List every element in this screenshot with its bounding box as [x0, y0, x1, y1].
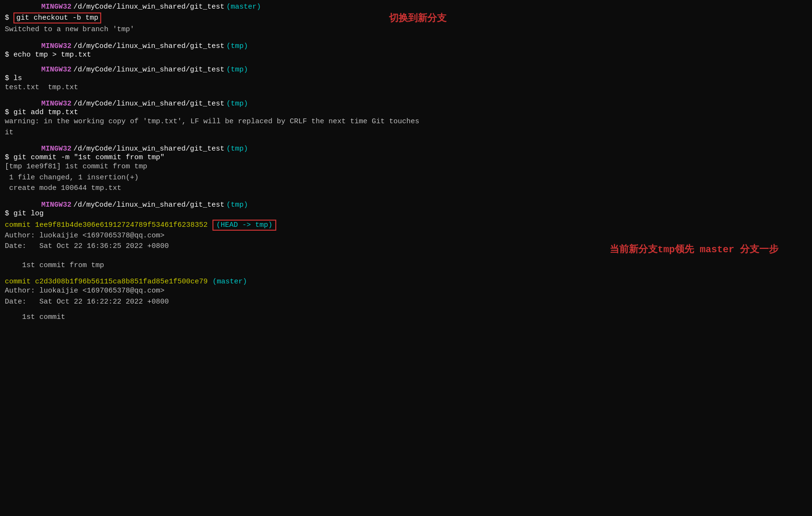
avatar-4: [23, 43, 37, 49]
avatar-6: [23, 66, 37, 73]
avatar-9: [5, 146, 19, 152]
terminal-block-5: MINGW32 /d/myCode/linux_win_shared/git_t…: [5, 145, 807, 194]
prompt-path-4: /d/myCode/linux_win_shared/git_test: [73, 100, 224, 108]
prompt-mingw-3: MINGW32: [41, 66, 71, 74]
avatar-1: [5, 4, 19, 11]
dollar-2: $: [5, 51, 13, 59]
prompt-branch-1: (master): [226, 3, 261, 11]
git-log-output: commit 1ee9f81b4de306e61912724789f53461f…: [5, 220, 807, 323]
commit1-author: Author: luokaijie <1697065378@qq.com>: [5, 231, 807, 242]
cmd-log: git log: [13, 210, 44, 218]
avatar-3: [5, 43, 19, 49]
annotation-ahead: 当前新分支tmp领先 master 分支一步: [610, 243, 778, 256]
avatar-5: [5, 66, 19, 73]
commit1-hash: commit 1ee9f81b4de306e61912724789f53461f…: [5, 221, 208, 229]
annotation-switched: 切换到新分支: [389, 12, 447, 24]
commit2-message: 1st commit: [5, 312, 807, 323]
prompt-mingw-1: MINGW32: [41, 3, 71, 11]
cmd-echo: echo tmp > tmp.txt: [13, 51, 91, 59]
prompt-branch-6: (tmp): [226, 201, 248, 209]
cmd-ls: ls: [13, 74, 22, 82]
prompt-branch-2: (tmp): [226, 42, 248, 50]
dollar-1: $: [5, 14, 13, 22]
prompt-mingw-4: MINGW32: [41, 100, 71, 108]
commit1-head-label: (HEAD -> tmp): [212, 220, 276, 231]
terminal-block-1: MINGW32 /d/myCode/linux_win_shared/git_t…: [5, 3, 807, 35]
output-warning-1: warning: in the working copy of 'tmp.txt…: [5, 117, 807, 128]
terminal-window: MINGW32 /d/myCode/linux_win_shared/git_t…: [5, 3, 807, 323]
commit2-hash: commit c2d3d08b1f96b56115ca8b851fad85e1f…: [5, 278, 208, 286]
commit1-message: 1st commit from tmp: [5, 260, 807, 271]
output-commit-1: [tmp 1ee9f81] 1st commit from tmp: [5, 162, 807, 173]
prompt-path-3: /d/myCode/linux_win_shared/git_test: [73, 66, 224, 74]
prompt-path-6: /d/myCode/linux_win_shared/git_test: [73, 201, 224, 209]
avatar-12: [23, 201, 37, 208]
commit2-master-label: (master): [212, 278, 247, 286]
terminal-block-3: MINGW32 /d/myCode/linux_win_shared/git_t…: [5, 66, 807, 94]
avatar-11: [5, 201, 19, 208]
prompt-mingw-6: MINGW32: [41, 201, 71, 209]
avatar-7: [5, 101, 19, 107]
terminal-block-4: MINGW32 /d/myCode/linux_win_shared/git_t…: [5, 100, 807, 138]
dollar-6: $: [5, 210, 13, 218]
dollar-3: $: [5, 74, 13, 82]
prompt-branch-4: (tmp): [226, 100, 248, 108]
commit2-date: Date: Sat Oct 22 16:22:22 2022 +0800: [5, 297, 807, 308]
commit2-author: Author: luokaijie <1697065378@qq.com>: [5, 286, 807, 297]
output-commit-3: create mode 100644 tmp.txt: [5, 183, 807, 194]
prompt-path-1: /d/myCode/linux_win_shared/git_test: [73, 3, 224, 11]
prompt-branch-5: (tmp): [226, 145, 248, 153]
output-switched: Switched to a new branch 'tmp': [5, 24, 807, 35]
terminal-block-2: MINGW32 /d/myCode/linux_win_shared/git_t…: [5, 42, 807, 59]
output-commit-2: 1 file changed, 1 insertion(+): [5, 173, 807, 184]
prompt-path-2: /d/myCode/linux_win_shared/git_test: [73, 42, 224, 50]
output-warning-2: it: [5, 128, 807, 139]
output-ls: test.txt tmp.txt: [5, 82, 807, 94]
terminal-block-6: MINGW32 /d/myCode/linux_win_shared/git_t…: [5, 201, 807, 218]
prompt-branch-3: (tmp): [226, 66, 248, 74]
dollar-5: $: [5, 153, 13, 162]
prompt-mingw-5: MINGW32: [41, 145, 71, 153]
cmd-add: git add tmp.txt: [13, 108, 78, 117]
avatar-2: [23, 4, 37, 11]
prompt-mingw-2: MINGW32: [41, 42, 71, 50]
cmd-commit: git commit -m "1st commit from tmp": [13, 153, 165, 162]
avatar-10: [23, 146, 37, 152]
prompt-path-5: /d/myCode/linux_win_shared/git_test: [73, 145, 224, 153]
avatar-8: [23, 101, 37, 107]
cmd-checkout: git checkout -b tmp: [13, 12, 101, 23]
dollar-4: $: [5, 108, 13, 117]
